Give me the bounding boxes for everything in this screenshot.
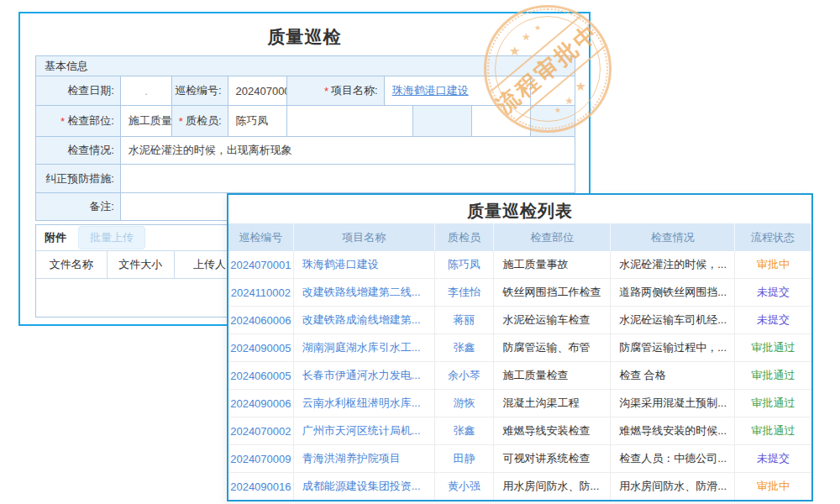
table-row[interactable]: 2024070002 广州市天河区统计局机... 张鑫 难燃导线安装检查 难燃导… xyxy=(228,417,811,445)
project-name-cell: 青海洪湖养护院项目 xyxy=(294,445,435,472)
project-name-cell: 云南水利枢纽潜明水库... xyxy=(294,390,435,417)
col-header-id: 巡检编号 xyxy=(228,223,294,251)
screen: 质量巡检 基本信息 检查日期: . 巡检编号: 202407000 *项目名称:… xyxy=(0,0,840,504)
inspection-id-cell: 2024110002 xyxy=(228,279,294,306)
inspection-id-cell: 2024070001 xyxy=(228,251,294,278)
project-name-link[interactable]: 长春市伊通河水力发电... xyxy=(302,368,421,383)
status-badge: 审批中 xyxy=(735,251,811,278)
table-row[interactable]: 2024070009 青海洪湖养护院项目 田静 可视对讲系统检查 检查人员：中德… xyxy=(228,445,811,473)
inspector-cell: 游恢 xyxy=(435,390,495,417)
inspection-part-cell: 难燃导线安装检查 xyxy=(494,417,611,444)
inspection-id-link[interactable]: 2024090005 xyxy=(230,342,291,354)
project-name-link[interactable]: 青海洪湖养护院项目 xyxy=(302,451,401,466)
status-badge: 审批中 xyxy=(735,473,811,500)
inspector-label: *质检员: xyxy=(172,106,228,137)
attachment-title: 附件 xyxy=(45,230,66,245)
inspection-id-link[interactable]: 2024060006 xyxy=(230,314,291,327)
project-name-cell: 长春市伊通河水力发电... xyxy=(294,362,435,389)
inspection-id-cell: 2024060005 xyxy=(228,362,294,389)
status-badge: 审批通过 xyxy=(735,334,811,361)
table-row[interactable]: 2024110002 改建铁路线增建第二线... 李佳怡 铁丝网围挡工作检查 道… xyxy=(228,279,811,307)
inspector-cell: 陈巧凤 xyxy=(435,251,495,278)
inspector-link[interactable]: 余小琴 xyxy=(448,368,480,383)
section-header: 基本信息 xyxy=(36,56,575,76)
inspector-cell: 黄小强 xyxy=(435,473,495,500)
inspection-list-panel: 质量巡检列表 巡检编号 项目名称 质检员 检查部位 检查情况 流程状态 2024… xyxy=(227,193,813,501)
table-row[interactable]: 2024090005 湖南洞庭湖水库引水工... 张鑫 防腐管运输、布管 防腐管… xyxy=(228,334,811,362)
table-row[interactable]: 2024060006 改建铁路成渝线增建第... 蒋丽 水泥砼运输车检查 水泥砼… xyxy=(228,307,811,334)
inspector-link[interactable]: 张鑫 xyxy=(454,423,475,438)
inspection-part-cell: 混凝土沟渠工程 xyxy=(494,390,611,417)
inspection-situation-cell: 防腐管运输过程中，... xyxy=(611,334,735,361)
inspection-id-link[interactable]: 2024060005 xyxy=(230,370,291,382)
col-header-inspector: 质检员 xyxy=(435,223,495,251)
situation-field: 水泥砼灌注的时候，出现离析现象 xyxy=(121,137,575,165)
empty-cell xyxy=(531,76,575,106)
project-name-link[interactable]: 改建铁路线增建第二线... xyxy=(302,285,421,300)
inspection-id-cell: 2024090006 xyxy=(228,390,294,417)
table-row[interactable]: 2024070001 珠海鹤港口建设 陈巧凤 施工质量事故 水泥砼灌注的时候，.… xyxy=(228,251,811,279)
inspection-part-cell: 防腐管运输、布管 xyxy=(494,334,611,361)
col-header-situation: 检查情况 xyxy=(611,223,735,251)
inspector-link[interactable]: 陈巧凤 xyxy=(448,257,480,272)
file-size-header: 文件大小 xyxy=(108,251,175,278)
inspection-id-link[interactable]: 2024090006 xyxy=(230,397,291,410)
remark-label: 备注: xyxy=(36,193,121,221)
status-badge: 未提交 xyxy=(735,445,811,472)
inspection-part-cell: 铁丝网围挡工作检查 xyxy=(494,279,611,306)
table-row[interactable]: 2024090006 云南水利枢纽潜明水库... 游恢 混凝土沟渠工程 沟渠采用… xyxy=(228,390,811,417)
project-link[interactable]: 珠海鹤港口建设 xyxy=(392,83,469,98)
inspection-id-link[interactable]: 2024070002 xyxy=(230,425,291,438)
table-row[interactable]: 2024090016 成都能源建设集团投资... 黄小强 用水房间防水、防...… xyxy=(228,473,811,501)
empty-cell xyxy=(413,106,472,137)
project-name-cell: 湖南洞庭湖水库引水工... xyxy=(294,334,435,361)
inspection-situation-cell: 道路两侧铁丝网围挡... xyxy=(611,279,735,306)
project-name-cell: 珠海鹤港口建设 xyxy=(294,251,435,278)
project-name-link[interactable]: 珠海鹤港口建设 xyxy=(302,257,379,272)
inspection-id-cell: 2024070009 xyxy=(228,445,294,472)
inspector-cell: 张鑫 xyxy=(435,417,495,444)
inspection-id-cell: 2024090016 xyxy=(228,473,294,500)
form-title: 质量巡检 xyxy=(20,25,589,49)
status-badge: 审批通过 xyxy=(735,390,811,417)
inspector-link[interactable]: 蒋丽 xyxy=(454,312,475,328)
inspection-id-link[interactable]: 2024070009 xyxy=(230,453,291,465)
project-name-link[interactable]: 云南水利枢纽潜明水库... xyxy=(302,396,421,411)
project-name-link[interactable]: 改建铁路成渝线增建第... xyxy=(302,312,421,328)
inspector-link[interactable]: 游恢 xyxy=(454,396,475,411)
project-name-cell: 改建铁路线增建第二线... xyxy=(294,279,435,306)
inspection-situation-cell: 用水房间防水、防滑... xyxy=(611,473,735,500)
inspection-part-cell: 水泥砼运输车检查 xyxy=(494,307,611,333)
empty-cell xyxy=(531,106,575,137)
status-badge: 审批通过 xyxy=(735,417,811,444)
inspection-id-cell: 2024070002 xyxy=(228,417,294,444)
measures-label: 纠正预防措施: xyxy=(36,165,121,193)
status-badge: 未提交 xyxy=(735,279,811,306)
inspection-part-cell: 施工质量检查 xyxy=(494,362,611,389)
project-name-link[interactable]: 湖南洞庭湖水库引水工... xyxy=(302,340,421,355)
col-header-part: 检查部位 xyxy=(494,223,611,251)
inspection-id-link[interactable]: 2024090016 xyxy=(230,480,291,493)
project-name-link[interactable]: 广州市天河区统计局机... xyxy=(302,423,421,438)
inspector-link[interactable]: 张鑫 xyxy=(454,340,475,355)
number-label: 巡检编号: xyxy=(172,76,228,106)
part-label: *检查部位: xyxy=(36,106,121,137)
date-field: . xyxy=(121,76,173,106)
inspection-situation-cell: 沟渠采用混凝土预制... xyxy=(611,390,735,417)
inspection-situation-cell: 检查 合格 xyxy=(611,362,735,389)
table-row[interactable]: 2024060005 长春市伊通河水力发电... 余小琴 施工质量检查 检查 合… xyxy=(228,362,811,390)
inspector-link[interactable]: 黄小强 xyxy=(448,479,480,494)
inspection-id-link[interactable]: 2024070001 xyxy=(230,259,291,271)
number-field: 202407000 xyxy=(228,76,288,106)
project-field: 珠海鹤港口建设 xyxy=(385,76,531,106)
col-header-status: 流程状态 xyxy=(735,223,811,251)
inspector-link[interactable]: 李佳怡 xyxy=(448,285,480,300)
inspector-link[interactable]: 田静 xyxy=(454,451,475,466)
batch-upload-button[interactable]: 批量上传 xyxy=(78,226,145,249)
project-name-link[interactable]: 成都能源建设集团投资... xyxy=(302,479,421,494)
inspector-cell: 李佳怡 xyxy=(435,279,495,306)
inspector-field: 陈巧凤 xyxy=(228,106,288,137)
list-table-header: 巡检编号 项目名称 质检员 检查部位 检查情况 流程状态 xyxy=(228,223,811,251)
status-badge: 未提交 xyxy=(735,307,811,333)
inspection-id-link[interactable]: 2024110002 xyxy=(231,286,291,299)
